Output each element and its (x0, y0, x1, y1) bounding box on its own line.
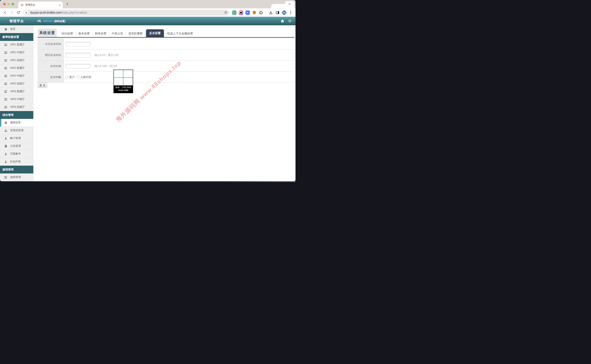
sidebar-item[interactable]: VIP3-中级厅 (0, 96, 33, 103)
tab-item[interactable]: 中奖公告 (110, 30, 125, 37)
tab-item[interactable]: 财务设置 (93, 30, 108, 37)
sidebar-item-label: VIP1-中级厅 (10, 51, 25, 54)
radio-icon (66, 76, 68, 78)
forward-button[interactable] (9, 10, 14, 15)
home-button[interactable] (281, 19, 285, 23)
browser-window: 管理后台 × + 4yuyan-pc28.timibbs.com/index.p… (0, 0, 296, 181)
collapse-toolbar-button[interactable] (285, 1, 294, 7)
profile-settings-link[interactable]: [资料设置] (54, 20, 66, 23)
sidebar-item[interactable]: 首页 (0, 25, 33, 33)
sidebar-item-label: 首页 (10, 27, 15, 31)
refresh-extension-icon (232, 10, 236, 15)
form-label: 明日反水时间: (38, 50, 64, 61)
sidebar-item-label: VIP2-普通厅 (10, 66, 25, 70)
page-title: 系统设置 (38, 28, 57, 37)
sidebar-item-label: VIP1-高级厅 (10, 58, 25, 62)
tampermonkey-button[interactable]: Tm (281, 10, 287, 15)
paper-plane-icon (245, 10, 250, 15)
sidebar-item[interactable]: VIP1-中级厅 (0, 49, 33, 57)
sidebar-item[interactable]: 游戏管理 (0, 173, 33, 181)
tab-separator: | (145, 31, 146, 37)
submit-button[interactable]: 提 交 (38, 83, 47, 88)
sidebar-item[interactable]: 通用设置 (0, 119, 33, 127)
form-hint: 输入0-23，整点小时 (95, 53, 119, 57)
gear-icon (4, 121, 7, 124)
zoom-window-button[interactable] (12, 3, 14, 5)
tab-item[interactable]: 机器人下注金额设置 (165, 30, 195, 37)
sidebar-section-header: 综合管理 (0, 111, 33, 119)
sidebar-item[interactable]: VIP3-普通厅 (0, 88, 33, 96)
grid-icon (4, 66, 7, 70)
back-button[interactable] (3, 10, 8, 15)
sidebar-section-header: 游戏管理 (0, 166, 33, 173)
form-value-cell: 输入0-23，整点小时 (64, 50, 294, 61)
tab-items: SEO设置|基本设置|财务设置|中奖公告|首页轮番图|反水设置|机器人下注金额设… (59, 29, 195, 37)
sidebar-item[interactable]: 红包中奖 (0, 158, 33, 166)
browser-tab[interactable]: 管理后台 × (18, 1, 63, 8)
crosshair-horizontal (114, 78, 133, 78)
metamask-fox-icon (252, 10, 256, 15)
grid-icon (4, 82, 7, 85)
url-domain: 4yuyan-pc28.timibbs.com (30, 11, 61, 14)
sidebar-item[interactable]: 可疑账号 (0, 150, 33, 158)
rebate-target-radio-option[interactable]: 上级代理 (77, 76, 91, 79)
browser-toolbar: 4yuyan-pc28.timibbs.com/index.php?m=admi… (0, 8, 296, 17)
tab-close-icon[interactable]: × (59, 4, 60, 6)
sidebar-item[interactable]: VIP3-高级厅 (0, 103, 33, 111)
rebate-ratio-input[interactable] (66, 64, 90, 68)
tab-active[interactable]: 反水设置 (146, 29, 164, 37)
magnifier-info: 坐标：(792,690) RGB:#ffffff (114, 85, 133, 93)
sidebar-item[interactable]: 管理员管理 (0, 127, 33, 135)
browser-menu-button[interactable] (288, 10, 294, 15)
metamask-extension-button[interactable] (251, 10, 257, 15)
minimize-window-button[interactable] (7, 3, 10, 5)
tab-item[interactable]: 基本设置 (76, 30, 92, 37)
sidebar-item-label: 通用设置 (10, 121, 21, 124)
tab-separator: | (75, 31, 77, 37)
sidebar-item[interactable]: VIP2-高级厅 (0, 80, 33, 88)
reload-button[interactable] (16, 10, 21, 15)
rebate-settings-form: 今日反水时间:明日反水时间:输入0-23，整点小时反水比例:输入0-100，百分… (38, 39, 295, 83)
sidebar-item[interactable]: VIP1-高级厅 (0, 57, 33, 64)
username: admin (43, 19, 53, 23)
rebate-target-radio-option[interactable]: 客户 (66, 76, 75, 79)
home-icon (281, 19, 284, 23)
tab-separator: | (108, 31, 110, 37)
downloads-button[interactable] (268, 10, 274, 15)
sidebar-menu: 首页赔率快捷设置VIP1-普通厅VIP1-中级厅VIP1-高级厅VIP2-普通厅… (0, 25, 34, 181)
sidebar-item-label: VIP3-中级厅 (10, 98, 25, 101)
close-window-button[interactable] (3, 3, 6, 5)
tab-item[interactable]: 首页轮番图 (127, 30, 145, 37)
sidebar-item-label: 公告管理 (10, 144, 21, 148)
sidebar-item[interactable]: 公告管理 (0, 142, 33, 150)
magnifier-view (114, 70, 133, 85)
address-bar[interactable]: 4yuyan-pc28.timibbs.com/index.php?m=admi… (23, 10, 229, 16)
grid-icon (4, 74, 7, 78)
sidebar-item-label: 游戏管理 (10, 176, 21, 179)
tomorrow-rebate-time-input[interactable] (66, 53, 90, 58)
site-info-button[interactable] (24, 10, 28, 15)
logout-button[interactable] (288, 19, 292, 23)
sidebar-item[interactable]: VIP2-普通厅 (0, 64, 33, 72)
url-text[interactable]: 4yuyan-pc28.timibbs.com/index.php?m=admi… (30, 11, 224, 14)
new-tab-button[interactable]: + (65, 1, 70, 6)
doc-icon (4, 144, 7, 148)
grid-icon (4, 43, 7, 46)
tab-item[interactable]: SEO设置 (59, 30, 75, 37)
sidebar-item-label: 可疑账号 (10, 152, 21, 156)
radio-label: 上级代理 (80, 76, 91, 79)
sidebar-item[interactable]: VIP1-普通厅 (0, 41, 33, 49)
bookmark-button[interactable] (224, 11, 228, 14)
split-screen-button[interactable] (275, 10, 280, 15)
form-value-cell (64, 39, 294, 50)
refresh-extension-button[interactable] (231, 10, 237, 15)
today-rebate-time-input[interactable] (66, 42, 90, 46)
chevron-down-icon (288, 2, 291, 6)
extensions-button[interactable] (258, 10, 264, 15)
tronlink-extension-button[interactable] (245, 10, 250, 15)
sidebar-item[interactable]: 账户管理 (0, 135, 33, 142)
sidebar-item[interactable]: VIP2-中级厅 (0, 72, 33, 80)
browser-tab-strip: 管理后台 × + (0, 0, 296, 8)
radio-label: 客户 (69, 76, 75, 79)
camera-extension-button[interactable] (238, 10, 244, 15)
